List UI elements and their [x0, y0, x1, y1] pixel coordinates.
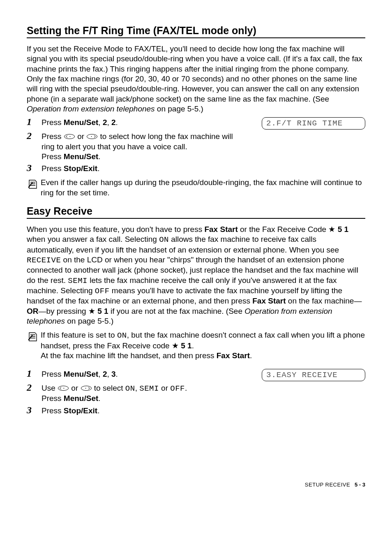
nav-left-icon [58, 385, 69, 392]
footer-section: SETUP RECEIVE [305, 482, 350, 488]
footer-page: 5 - 3 [355, 482, 365, 488]
section-intro: When you use this feature, you don't hav… [27, 225, 365, 326]
svg-point-3 [91, 136, 92, 137]
note-text: Even if the caller hangs up during the p… [41, 178, 365, 198]
step-number: 3 [27, 405, 42, 415]
step-number: 3 [27, 162, 42, 173]
note-icon [27, 331, 38, 343]
step-text: Press Menu/Set, 2, 2. [42, 116, 258, 127]
note-text: If this feature is set to ON, but the fa… [41, 330, 365, 361]
section-title-easy-receive: Easy Receive [27, 205, 365, 219]
note-icon [27, 178, 38, 190]
step-text: Press Stop/Exit. [42, 162, 365, 174]
svg-point-5 [64, 388, 65, 389]
lcd-display: 2.F/T RING TIME [262, 117, 365, 130]
step-text: Press or to select how long the fax mach… [42, 130, 365, 162]
nav-right-icon [81, 385, 92, 392]
step-number: 1 [27, 368, 42, 379]
nav-left-icon [64, 133, 75, 140]
nav-right-icon [86, 133, 98, 140]
xref: Operation from extension telephones [27, 104, 155, 113]
step-number: 2 [27, 382, 42, 393]
step-number: 1 [27, 116, 42, 127]
step-number: 2 [27, 130, 42, 141]
xref: Operation from extension telephones [27, 307, 332, 325]
lcd-display: 3.EASY RECEIVE [262, 369, 365, 381]
section-title-ft-ring: Setting the F/T Ring Time (FAX/TEL mode … [27, 25, 365, 38]
page-footer: SETUP RECEIVE 5 - 3 [27, 482, 365, 488]
step-text: Press Stop/Exit. [42, 405, 365, 416]
step-text: Press Menu/Set, 2, 3. [42, 368, 258, 379]
svg-point-7 [85, 388, 86, 389]
section-intro: If you set the Receive Mode to FAX/TEL, … [27, 44, 365, 114]
svg-point-1 [69, 136, 70, 137]
step-text: Use or to select ON, SEMI or OFF.Press M… [42, 382, 365, 404]
